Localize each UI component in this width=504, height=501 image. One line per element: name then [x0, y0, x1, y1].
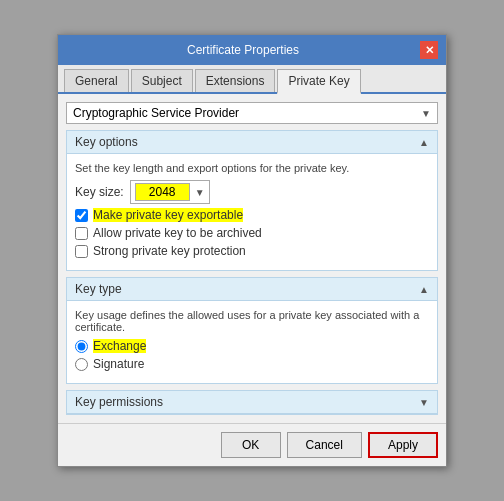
exchange-label: Exchange	[93, 339, 146, 353]
strong-protection-label: Strong private key protection	[93, 244, 246, 258]
cancel-button[interactable]: Cancel	[287, 432, 362, 458]
signature-radio[interactable]	[75, 358, 88, 371]
key-permissions-title: Key permissions	[75, 395, 163, 409]
button-bar: OK Cancel Apply	[58, 423, 446, 466]
exchange-radio[interactable]	[75, 340, 88, 353]
allow-archive-label: Allow private key to be archived	[93, 226, 262, 240]
key-type-title: Key type	[75, 282, 122, 296]
dialog-title: Certificate Properties	[66, 43, 420, 57]
strong-protection-checkbox[interactable]	[75, 245, 88, 258]
key-permissions-section: Key permissions ▼	[66, 390, 438, 415]
key-options-body: Set the key length and export options fo…	[67, 154, 437, 270]
key-type-body: Key usage defines the allowed uses for a…	[67, 301, 437, 383]
apply-button[interactable]: Apply	[368, 432, 438, 458]
key-type-desc: Key usage defines the allowed uses for a…	[75, 309, 429, 333]
certificate-properties-dialog: Certificate Properties ✕ General Subject…	[57, 34, 447, 467]
close-button[interactable]: ✕	[420, 41, 438, 59]
csp-chevron-icon: ▼	[421, 108, 431, 119]
allow-archive-checkbox[interactable]	[75, 227, 88, 240]
key-size-row: Key size: 2048 ▼	[75, 180, 429, 204]
key-type-chevron-icon: ▲	[419, 284, 429, 295]
key-size-value: 2048	[135, 183, 190, 201]
signature-label: Signature	[93, 357, 144, 371]
key-type-header[interactable]: Key type ▲	[67, 278, 437, 301]
key-size-chevron-icon: ▼	[195, 187, 205, 198]
key-size-label: Key size:	[75, 185, 124, 199]
radio-row-signature: Signature	[75, 357, 429, 371]
key-type-section: Key type ▲ Key usage defines the allowed…	[66, 277, 438, 384]
make-exportable-label: Make private key exportable	[93, 208, 243, 222]
key-permissions-header[interactable]: Key permissions ▼	[67, 391, 437, 414]
title-bar: Certificate Properties ✕	[58, 35, 446, 65]
key-permissions-chevron-icon: ▼	[419, 397, 429, 408]
key-size-dropdown[interactable]: 2048 ▼	[130, 180, 210, 204]
key-options-desc: Set the key length and export options fo…	[75, 162, 429, 174]
key-options-chevron-icon: ▲	[419, 137, 429, 148]
checkbox-row-2: Strong private key protection	[75, 244, 429, 258]
checkbox-row-0: Make private key exportable	[75, 208, 429, 222]
csp-dropdown[interactable]: Cryptographic Service Provider ▼	[66, 102, 438, 124]
tab-general[interactable]: General	[64, 69, 129, 92]
tab-private-key[interactable]: Private Key	[277, 69, 360, 94]
key-options-section: Key options ▲ Set the key length and exp…	[66, 130, 438, 271]
tab-bar: General Subject Extensions Private Key	[58, 65, 446, 94]
key-options-header[interactable]: Key options ▲	[67, 131, 437, 154]
checkbox-row-1: Allow private key to be archived	[75, 226, 429, 240]
radio-row-exchange: Exchange	[75, 339, 429, 353]
dialog-content: Cryptographic Service Provider ▼ Key opt…	[58, 94, 446, 423]
make-exportable-checkbox[interactable]	[75, 209, 88, 222]
key-options-title: Key options	[75, 135, 138, 149]
tab-subject[interactable]: Subject	[131, 69, 193, 92]
csp-dropdown-value: Cryptographic Service Provider	[73, 106, 239, 120]
tab-extensions[interactable]: Extensions	[195, 69, 276, 92]
ok-button[interactable]: OK	[221, 432, 281, 458]
